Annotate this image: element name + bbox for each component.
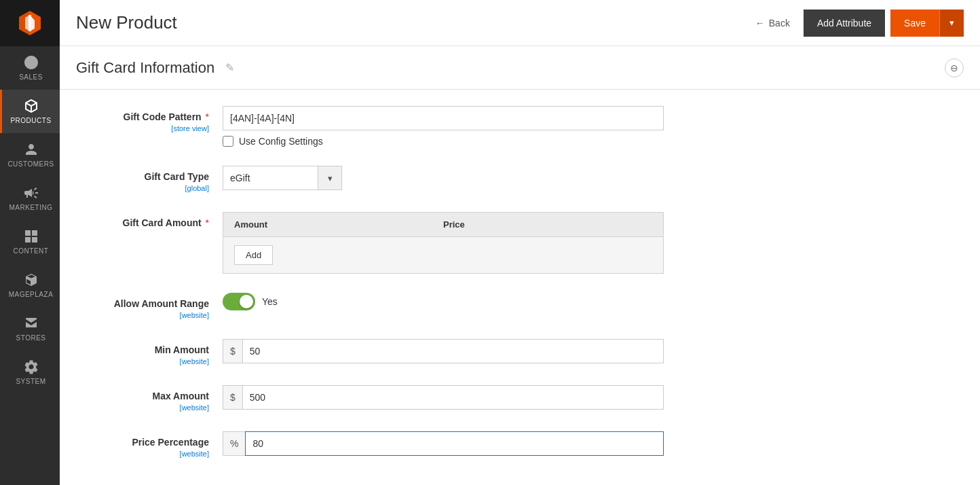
sidebar-item-content[interactable]: CONTENT [0,220,60,264]
sidebar-item-marketing[interactable]: MARKETING [0,177,60,220]
max-amount-sublabel: [website] [180,403,209,412]
sidebar-item-customers[interactable]: CUSTOMERS [0,133,60,177]
amount-table: Amount Price Add [223,212,664,274]
section-title: Gift Card Information [76,59,214,77]
required-star-2: * [206,217,209,228]
page-title: New Product [76,12,177,33]
allow-amount-range-sublabel: [website] [180,311,209,319]
chevron-down-icon: ▾ [949,18,954,28]
layout-icon [23,228,39,245]
gift-code-pattern-label-group: Gift Code Pattern * [store view] [87,106,209,133]
allow-amount-range-row: Allow Amount Range [website] Yes [87,293,953,320]
required-star: * [206,111,209,122]
price-percentage-label: Price Percentage [132,437,209,448]
sidebar-item-stores-label: STORES [16,334,46,342]
person-icon [23,141,39,158]
min-amount-row: Min Amount [website] $ [87,339,953,366]
svg-rect-4 [29,15,31,31]
edit-section-button[interactable]: ✎ [223,58,237,77]
use-config-label: Use Config Settings [239,136,323,147]
min-amount-label-group: Min Amount [website] [87,339,209,366]
magento-logo [0,0,60,46]
min-amount-prefix: $ [223,339,242,363]
min-amount-label: Min Amount [155,344,209,355]
gift-card-amount-row: Gift Card Amount * Amount Price Add [87,212,953,274]
max-amount-row: Max Amount [website] $ [87,385,953,412]
sidebar-item-system[interactable]: SYSTEM [0,351,60,394]
gift-code-pattern-label: Gift Code Pattern [124,111,202,122]
gift-code-pattern-controls: Use Config Settings [223,106,953,147]
min-amount-input[interactable] [242,339,664,363]
price-percentage-prefix: % [223,431,245,456]
sidebar-item-system-label: SYSTEM [16,378,45,386]
gift-card-type-sublabel: [global] [185,184,209,192]
max-amount-prefix: $ [223,385,242,410]
main-area: New Product ← Back Add Attribute Save ▾ … [60,0,980,485]
allow-amount-range-label-group: Allow Amount Range [website] [87,293,209,320]
max-amount-label: Max Amount [153,391,209,401]
sidebar-item-customers-label: CUSTOMERS [7,160,54,168]
gift-card-amount-controls: Amount Price Add [223,212,953,274]
price-percentage-controls: % [223,431,953,456]
content-area: Gift Card Information ✎ ⊖ Gift Code Patt… [60,46,980,485]
min-amount-controls: $ [223,339,953,363]
allow-amount-range-controls: Yes [223,293,953,310]
toggle-row: Yes [223,293,953,310]
gift-card-type-select-wrapper: eGift Virtual Physical Combined ▾ [223,166,953,190]
save-button-group: Save ▾ [890,10,964,37]
max-amount-controls: $ [223,385,953,410]
store-icon [23,315,39,331]
box-icon [23,272,39,288]
gear-icon [23,359,39,375]
sidebar-item-mageplaza-label: MAGEPLAZA [9,291,54,299]
min-amount-input-group: $ [223,339,664,363]
gift-code-pattern-sublabel: [store view] [171,124,209,132]
amount-table-header: Amount Price [223,213,663,237]
price-percentage-row: Price Percentage [website] % [87,431,953,459]
save-button[interactable]: Save [890,10,939,37]
toggle-thumb [240,295,253,308]
gift-card-type-dropdown-button[interactable]: ▾ [318,166,342,190]
megaphone-icon [23,185,39,201]
gift-card-type-row: Gift Card Type [global] eGift Virtual Ph… [87,166,953,193]
price-col-header: Price [443,219,652,230]
sidebar-item-marketing-label: MARKETING [10,204,53,212]
sidebar-item-sales-label: SALES [19,73,43,82]
back-button-label: Back [769,18,790,29]
gift-code-pattern-row: Gift Code Pattern * [store view] Use Con… [87,106,953,147]
header-actions: ← Back Add Attribute Save ▾ [747,10,964,37]
collapse-icon: ⊖ [950,62,958,73]
gift-code-pattern-input[interactable] [223,106,664,130]
sidebar-item-products[interactable]: PRODUCTS [0,90,60,133]
price-percentage-input-group: % [223,431,664,456]
use-config-checkbox[interactable] [223,136,233,147]
use-config-row: Use Config Settings [223,136,953,147]
gift-card-type-label: Gift Card Type [145,171,209,182]
amount-table-body: Add [223,237,663,273]
sidebar-item-content-label: CONTENT [14,247,49,255]
sidebar-item-products-label: PRODUCTS [10,117,51,125]
toggle-yes-label: Yes [262,296,278,307]
back-arrow-icon: ← [755,18,765,29]
allow-amount-range-toggle[interactable] [223,293,255,310]
cube-icon [23,98,39,114]
add-amount-button[interactable]: Add [234,245,273,265]
form-body: Gift Code Pattern * [store view] Use Con… [60,90,980,485]
back-button[interactable]: ← Back [747,12,798,34]
gift-card-type-controls: eGift Virtual Physical Combined ▾ [223,166,953,190]
gift-card-amount-label-group: Gift Card Amount * [87,212,209,228]
max-amount-input[interactable] [242,385,664,410]
save-dropdown-button[interactable]: ▾ [939,10,964,37]
sidebar-item-stores[interactable]: STORES [0,307,60,351]
gift-card-type-label-group: Gift Card Type [global] [87,166,209,193]
price-percentage-input[interactable] [245,431,664,456]
sidebar-item-mageplaza[interactable]: MAGEPLAZA [0,264,60,307]
sidebar-item-sales[interactable]: SALES [0,46,60,90]
gift-card-amount-label: Gift Card Amount [123,217,202,228]
amount-col-header: Amount [234,219,443,230]
collapse-section-button[interactable]: ⊖ [945,58,964,77]
add-attribute-button[interactable]: Add Attribute [804,10,885,37]
gift-card-type-select[interactable]: eGift Virtual Physical Combined [223,166,318,190]
min-amount-sublabel: [website] [180,357,209,365]
page-header: New Product ← Back Add Attribute Save ▾ [60,0,980,46]
